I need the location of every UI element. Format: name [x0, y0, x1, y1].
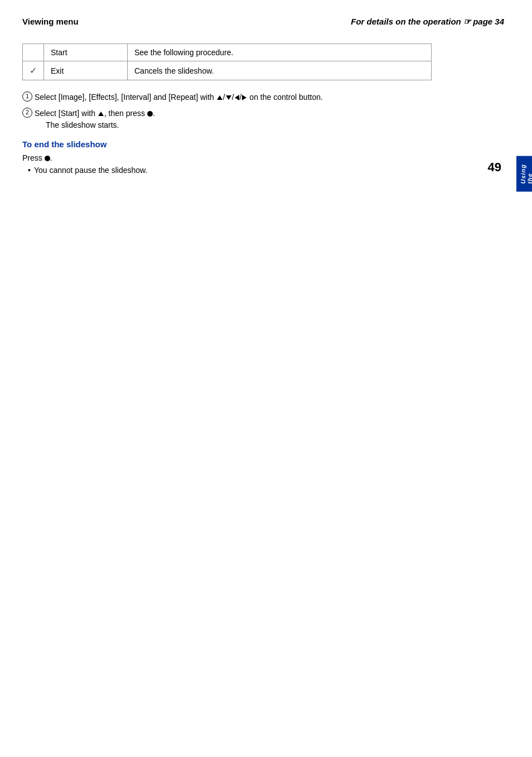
page-number: 49 [488, 160, 501, 175]
section-title: Viewing menu [22, 17, 79, 26]
section-heading: To end the slideshow [22, 139, 504, 149]
step-2-content: Select [Start] with , then press . The s… [35, 108, 155, 129]
step-2: 2 Select [Start] with , then press . The… [22, 108, 504, 129]
table-icon-cell [23, 44, 44, 61]
table-label-exit: Exit [44, 61, 128, 80]
table-desc-exit: Cancels the slideshow. [128, 61, 432, 80]
triangle-down-icon [226, 95, 231, 100]
step-1-text: Select [Image], [Effects], [Interval] an… [35, 91, 323, 103]
step-2-subtext: The slideshow starts. [46, 120, 155, 129]
triangle-left-icon [235, 95, 239, 100]
table-row: ✓ Exit Cancels the slideshow. [23, 61, 432, 80]
step-1: 1 Select [Image], [Effects], [Interval] … [22, 91, 504, 103]
menu-table: Start See the following procedure. ✓ Exi… [22, 44, 432, 80]
steps-container: 1 Select [Image], [Effects], [Interval] … [22, 91, 504, 129]
page-header: Viewing menu For details on the operatio… [22, 17, 504, 27]
triangle-right-icon [242, 95, 246, 100]
filled-circle-icon-2 [45, 156, 50, 161]
triangle-up-icon [217, 95, 223, 100]
operation-reference: For details on the operation ☞ page 34 [351, 17, 504, 27]
triangle-up-icon-2 [98, 112, 104, 116]
table-checkmark-cell: ✓ [23, 61, 44, 80]
sidebar-tab: Using the menu [516, 156, 532, 192]
filled-circle-icon [147, 111, 153, 117]
step-2-number: 2 [22, 108, 32, 118]
step-2-text: Select [Start] with , then press . [35, 109, 155, 118]
table-row: Start See the following procedure. [23, 44, 432, 61]
table-label-start: Start [44, 44, 128, 61]
table-desc-start: See the following procedure. [128, 44, 432, 61]
step-1-number: 1 [22, 91, 32, 102]
checkmark-icon: ✓ [30, 66, 37, 75]
bullet-note: You cannot pause the slideshow. [28, 166, 504, 175]
press-instruction: Press . [22, 153, 504, 162]
